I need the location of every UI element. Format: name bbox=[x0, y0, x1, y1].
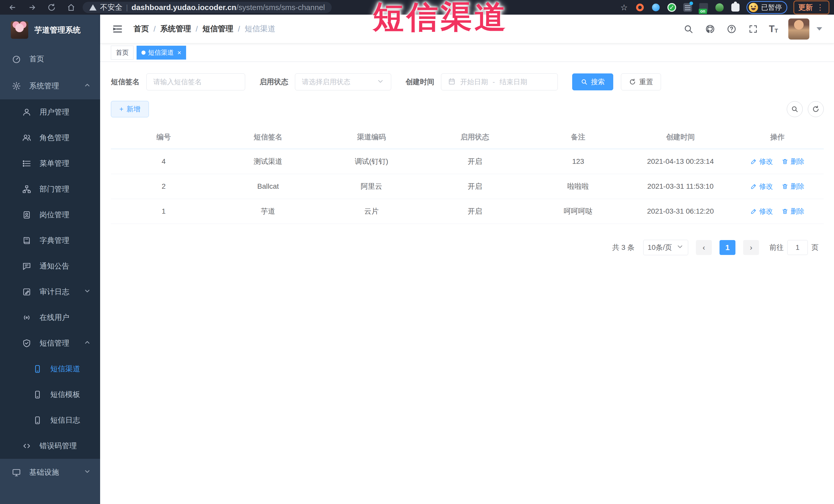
address-bar[interactable]: 不安全 | dashboard.yudao.iocoder.cn/system/… bbox=[83, 2, 332, 13]
extension-on-badge-icon[interactable]: on bbox=[699, 3, 708, 12]
online-signal-icon bbox=[22, 312, 32, 323]
page-button-1[interactable]: 1 bbox=[720, 240, 736, 255]
edit-link[interactable]: 修改 bbox=[750, 207, 773, 216]
close-icon[interactable]: × bbox=[177, 49, 181, 56]
goto-page-input[interactable] bbox=[787, 240, 808, 255]
sign-input[interactable] bbox=[153, 78, 238, 86]
add-button[interactable]: + 新增 bbox=[111, 101, 149, 117]
col-header-remark: 备注 bbox=[526, 132, 630, 142]
delete-link[interactable]: 删除 bbox=[782, 182, 804, 191]
logo-image bbox=[11, 21, 28, 39]
cell-created: 2021-03-31 06:12:20 bbox=[630, 207, 731, 215]
bookmark-star-icon[interactable]: ☆ bbox=[619, 3, 629, 12]
breadcrumb-home[interactable]: 首页 bbox=[133, 24, 149, 34]
date-start[interactable]: 开始日期 bbox=[460, 77, 488, 87]
sidebar-item-departments[interactable]: 部门管理 bbox=[0, 176, 100, 202]
table-row[interactable]: 2 Ballcat 阿里云 开启 啦啦啦 2021-03-31 11:53:10… bbox=[111, 174, 824, 199]
phone-icon bbox=[32, 364, 43, 374]
toggle-search-button[interactable] bbox=[787, 101, 803, 117]
delete-link[interactable]: 删除 bbox=[782, 157, 804, 166]
date-end[interactable]: 结束日期 bbox=[500, 77, 527, 87]
caret-down-icon[interactable] bbox=[816, 27, 822, 30]
sidebar-item-posts[interactable]: 岗位管理 bbox=[0, 202, 100, 228]
sidebar-item-error-codes[interactable]: 错误码管理 bbox=[0, 433, 100, 459]
date-range-picker[interactable]: 开始日期 - 结束日期 bbox=[441, 73, 558, 90]
sidebar-item-label: 系统管理 bbox=[29, 81, 59, 91]
delete-link[interactable]: 删除 bbox=[782, 207, 804, 216]
sidebar-item-menus[interactable]: 菜单管理 bbox=[0, 151, 100, 176]
edit-link[interactable]: 修改 bbox=[750, 157, 773, 166]
sidebar-item-sms-log[interactable]: 短信日志 bbox=[0, 408, 100, 433]
table-row[interactable]: 4 测试渠道 调试(钉钉) 开启 123 2021-04-13 00:23:14… bbox=[111, 149, 824, 174]
logo-title: 芋道管理系统 bbox=[35, 25, 81, 36]
reset-button[interactable]: 重置 bbox=[621, 73, 661, 90]
sign-label: 短信签名 bbox=[111, 77, 140, 87]
font-size-icon[interactable]: TT bbox=[769, 24, 778, 34]
tag-sms-channel[interactable]: 短信渠道 × bbox=[136, 46, 186, 60]
page-size-select[interactable]: 10条/页 bbox=[643, 240, 688, 255]
next-page-button[interactable]: › bbox=[743, 240, 759, 255]
sidebar-item-label: 岗位管理 bbox=[40, 210, 69, 220]
extension-check-icon[interactable]: ✓ bbox=[667, 3, 677, 12]
forward-button[interactable] bbox=[24, 2, 40, 13]
cell-actions: 修改 删除 bbox=[731, 207, 824, 216]
avatar[interactable] bbox=[788, 19, 809, 40]
extension-sliders-icon[interactable] bbox=[683, 3, 693, 12]
profile-paused-chip[interactable]: 已暂停 bbox=[746, 1, 787, 14]
browser-menu-icon[interactable]: ⋮ bbox=[816, 3, 825, 12]
phone-icon bbox=[32, 390, 43, 400]
cell-sign: 测试渠道 bbox=[216, 157, 320, 167]
dictionary-icon bbox=[22, 236, 32, 246]
breadcrumb-system[interactable]: 系统管理 bbox=[160, 24, 191, 34]
security-label[interactable]: 不安全 bbox=[100, 2, 123, 13]
sidebar-item-label: 审计日志 bbox=[40, 287, 69, 297]
home-button[interactable] bbox=[63, 2, 79, 13]
cell-status: 开启 bbox=[423, 206, 526, 216]
sidebar-item-system[interactable]: 系统管理 bbox=[0, 72, 100, 100]
back-button[interactable] bbox=[5, 2, 21, 13]
help-icon[interactable] bbox=[726, 23, 737, 35]
app-header: 首页 / 系统管理 / 短信管理 / 短信渠道 TT bbox=[100, 15, 834, 43]
plus-icon: + bbox=[119, 105, 124, 113]
extensions-puzzle-icon[interactable] bbox=[730, 3, 740, 12]
edit-link[interactable]: 修改 bbox=[750, 182, 773, 191]
github-icon[interactable] bbox=[704, 23, 716, 35]
announcement-icon bbox=[22, 261, 32, 271]
url-text[interactable]: dashboard.yudao.iocoder.cn/system/sms/sm… bbox=[131, 3, 325, 12]
search-icon[interactable] bbox=[683, 23, 694, 35]
table-row[interactable]: 1 芋道 云片 开启 呵呵呵哒 2021-03-31 06:12:20 修改 删… bbox=[111, 199, 824, 224]
active-dot-icon bbox=[141, 50, 146, 55]
sidebar-item-announcements[interactable]: 通知公告 bbox=[0, 254, 100, 279]
emoji-avatar bbox=[749, 3, 758, 12]
sidebar-item-roles[interactable]: 角色管理 bbox=[0, 125, 100, 151]
tag-home[interactable]: 首页 bbox=[111, 46, 133, 60]
col-header-no: 编号 bbox=[111, 132, 216, 142]
extension-plant-icon[interactable] bbox=[715, 3, 724, 12]
status-select[interactable]: 请选择启用状态 bbox=[295, 73, 391, 90]
sidebar-item-home[interactable]: 首页 bbox=[0, 45, 100, 72]
sidebar-item-online-users[interactable]: 在线用户 bbox=[0, 305, 100, 330]
browser-toolbar: 不安全 | dashboard.yudao.iocoder.cn/system/… bbox=[0, 0, 834, 15]
search-button[interactable]: 搜索 bbox=[572, 73, 613, 90]
hamburger-icon[interactable] bbox=[112, 23, 123, 35]
sidebar-item-sms-management[interactable]: 短信管理 bbox=[0, 330, 100, 356]
sidebar-item-sms-template[interactable]: 短信模板 bbox=[0, 382, 100, 408]
refresh-button[interactable] bbox=[808, 101, 824, 117]
sidebar-item-dictionary[interactable]: 字典管理 bbox=[0, 228, 100, 254]
reload-button[interactable] bbox=[44, 2, 60, 13]
sidebar-item-infrastructure[interactable]: 基础设施 bbox=[0, 459, 100, 486]
user-icon bbox=[22, 107, 32, 117]
cell-created: 2021-04-13 00:23:14 bbox=[630, 157, 731, 166]
sidebar-item-users[interactable]: 用户管理 bbox=[0, 100, 100, 125]
extension-donut-icon[interactable] bbox=[635, 3, 645, 12]
cell-no: 1 bbox=[111, 207, 216, 215]
breadcrumb-sms[interactable]: 短信管理 bbox=[202, 24, 233, 34]
prev-page-button[interactable]: ‹ bbox=[696, 240, 712, 255]
update-chip[interactable]: 更新 ⋮ bbox=[793, 1, 829, 14]
sidebar-item-sms-channel[interactable]: 短信渠道 bbox=[0, 356, 100, 382]
sidebar-logo[interactable]: 芋道管理系统 bbox=[0, 15, 100, 45]
fullscreen-icon[interactable] bbox=[747, 23, 759, 35]
browser-extensions-area: ☆ ✓ on 已暂停 更新 ⋮ bbox=[619, 1, 829, 14]
extension-drop-icon[interactable] bbox=[651, 3, 661, 12]
sidebar-item-audit-log[interactable]: 审计日志 bbox=[0, 279, 100, 305]
